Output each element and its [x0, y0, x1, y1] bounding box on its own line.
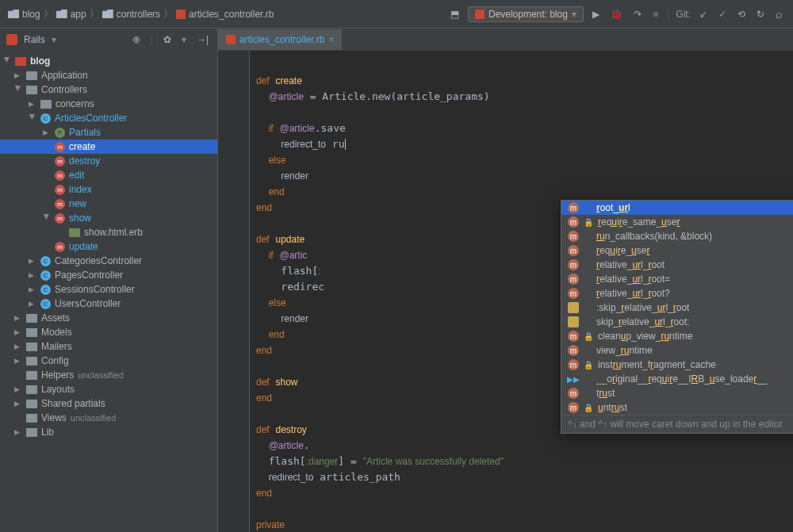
- method-icon: [568, 316, 579, 327]
- breadcrumb[interactable]: blog 〉 app 〉 controllers 〉 articles_cont…: [8, 7, 443, 21]
- method-icon: m: [568, 402, 579, 413]
- coverage-icon[interactable]: ↷: [631, 9, 644, 20]
- autocomplete-item[interactable]: mtrustObject: [561, 386, 793, 400]
- method-icon: m: [568, 345, 579, 356]
- editor-tab[interactable]: articles_controller.rb ×: [218, 29, 343, 50]
- target-icon[interactable]: ⊕: [130, 34, 143, 45]
- autocomplete-footer: ^↓ and ^↑ will move caret down and up in…: [561, 415, 793, 433]
- method-icon: m: [568, 202, 579, 213]
- method-icon: m: [568, 331, 579, 342]
- folder-icon: [56, 10, 67, 18]
- autocomplete-item[interactable]: m🔒require_same_userArticlesController: [561, 215, 793, 229]
- method-icon: m: [568, 231, 579, 242]
- run-config-dropdown[interactable]: Development: blog ▾: [468, 6, 584, 22]
- autocomplete-item[interactable]: mrun_callbacks(kind, &block)ActiveSuppor…: [561, 229, 793, 243]
- project-tree[interactable]: ▶blog ▶Application ▶Controllers ▶concern…: [0, 51, 218, 532]
- autocomplete-item[interactable]: mroot_urlArticlesController: [561, 201, 793, 215]
- build-icon[interactable]: ⬒: [448, 9, 462, 20]
- autocomplete-item[interactable]: mrelative_url_rootincluded in AbstractCo…: [561, 258, 793, 272]
- method-icon: m: [568, 216, 579, 228]
- autocomplete-item[interactable]: m🔒untrustObject: [561, 400, 793, 415]
- autocomplete-item[interactable]: :skip_relative_url_root: [561, 300, 793, 315]
- method-icon: m: [568, 259, 579, 270]
- lock-icon: 🔒: [584, 361, 593, 369]
- autocomplete-popup[interactable]: mroot_urlArticlesControllerm🔒require_sam…: [561, 200, 793, 434]
- debug-icon[interactable]: 🐞: [608, 9, 625, 20]
- folder-icon: [8, 10, 19, 18]
- second-toolbar: Rails ▾ ⊕ | ✿ ▾ →| articles_controller.r…: [0, 29, 793, 51]
- stop-icon[interactable]: ■: [650, 9, 661, 20]
- autocomplete-item[interactable]: mrelative_url_root=included in AbstractC…: [561, 272, 793, 286]
- method-icon: m: [568, 274, 579, 285]
- gear-icon[interactable]: ✿: [161, 34, 174, 45]
- minimize-icon[interactable]: →|: [194, 34, 211, 45]
- ruby-file-icon: [226, 35, 236, 44]
- folder-icon: [102, 10, 113, 18]
- ruby-file-icon: [176, 10, 186, 19]
- autocomplete-item[interactable]: skip_relative_url_root:: [561, 315, 793, 329]
- method-icon: [568, 302, 579, 313]
- method-icon: m: [568, 245, 579, 256]
- autocomplete-item[interactable]: m🔒instrument_fragment_cacheActionControl…: [561, 358, 793, 372]
- git-update-icon[interactable]: ↙: [697, 9, 710, 20]
- method-icon: m: [568, 359, 579, 370]
- autocomplete-item[interactable]: mrelative_url_root?included in AbstractC…: [561, 286, 793, 300]
- search-icon[interactable]: ⌕: [773, 7, 785, 21]
- rails-icon: [6, 34, 17, 45]
- lock-icon: 🔒: [584, 218, 593, 227]
- git-revert-icon[interactable]: ↻: [754, 9, 767, 20]
- gutter: [218, 51, 250, 532]
- autocomplete-item[interactable]: mview_runtimeActionController::Instrumen…: [561, 343, 793, 358]
- lock-icon: 🔒: [584, 332, 593, 341]
- method-icon: m: [568, 388, 579, 399]
- autocomplete-item[interactable]: mrequire_userApplicationController: [561, 243, 793, 258]
- panel-title: Rails: [24, 34, 45, 45]
- autocomplete-item[interactable]: m🔒cleanup_view_runtimeActionController::…: [561, 329, 793, 343]
- lock-icon: 🔒: [584, 404, 593, 412]
- tree-method-create[interactable]: ▶mcreate: [0, 140, 217, 154]
- method-icon: m: [568, 288, 579, 299]
- git-commit-icon[interactable]: ✓: [716, 9, 729, 20]
- git-history-icon[interactable]: ⟲: [735, 9, 748, 20]
- run-icon[interactable]: ▶: [590, 9, 602, 20]
- ruby-icon: [475, 10, 485, 19]
- method-icon: ▶▶: [568, 373, 579, 385]
- close-icon[interactable]: ×: [328, 34, 334, 45]
- autocomplete-item[interactable]: ▶▶__original__require__IRB_use_loader__O…: [561, 372, 793, 386]
- code-editor[interactable]: def create @article = Article.new(articl…: [218, 51, 793, 532]
- top-toolbar: blog 〉 app 〉 controllers 〉 articles_cont…: [0, 0, 793, 29]
